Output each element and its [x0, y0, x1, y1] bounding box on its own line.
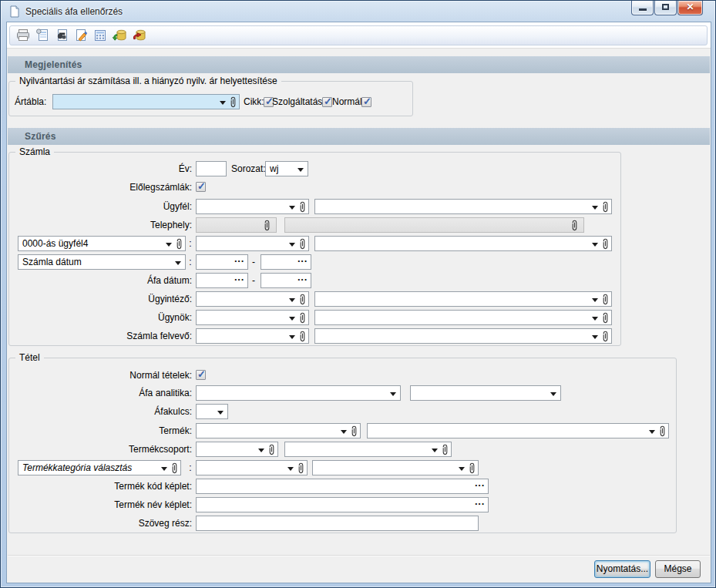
- chevron-down-icon[interactable]: [432, 449, 438, 452]
- paperclip-icon[interactable]: [570, 220, 579, 231]
- chevron-down-icon[interactable]: [287, 467, 294, 471]
- ugyintezo-name-combo[interactable]: [314, 291, 612, 307]
- paperclip-icon[interactable]: [658, 425, 667, 437]
- ugynok-code-combo[interactable]: [196, 310, 309, 325]
- termek-nev-keplet-input[interactable]: [196, 497, 489, 512]
- paperclip-icon[interactable]: [601, 331, 610, 342]
- termekkategoria-name-combo[interactable]: [312, 460, 479, 475]
- document-view-icon[interactable]: [52, 27, 70, 44]
- szamla-felvevo-name-combo[interactable]: [314, 328, 612, 344]
- chevron-down-icon[interactable]: [289, 335, 295, 339]
- paperclip-icon[interactable]: [298, 238, 307, 250]
- chevron-down-icon[interactable]: [258, 449, 264, 452]
- chevron-down-icon[interactable]: [592, 243, 598, 247]
- ellipsis-button[interactable]: [473, 480, 486, 492]
- termekcsoport-name-combo[interactable]: [284, 442, 452, 457]
- edit-icon[interactable]: [72, 27, 89, 44]
- database-rollback-icon[interactable]: [129, 27, 147, 44]
- paperclip-icon[interactable]: [298, 201, 307, 213]
- close-button[interactable]: [677, 1, 703, 15]
- paperclip-icon[interactable]: [170, 462, 179, 474]
- chevron-down-icon[interactable]: [592, 206, 598, 210]
- chevron-down-icon[interactable]: [592, 317, 598, 321]
- paperclip-icon[interactable]: [175, 238, 183, 250]
- chevron-down-icon[interactable]: [459, 467, 465, 471]
- chevron-down-icon[interactable]: [550, 392, 556, 396]
- calculator-icon[interactable]: [91, 27, 109, 44]
- paperclip-icon[interactable]: [601, 312, 610, 324]
- chevron-down-icon[interactable]: [341, 430, 347, 434]
- print-button[interactable]: Nyomtatás...: [594, 560, 650, 578]
- chevron-down-icon[interactable]: [289, 317, 295, 321]
- termekkategoria-code-combo[interactable]: [196, 460, 308, 475]
- customer-filter-combo[interactable]: 0000-ás ügyfél4: [18, 236, 186, 251]
- paperclip-icon[interactable]: [229, 96, 237, 108]
- ellipsis-button[interactable]: [233, 256, 246, 268]
- paperclip-icon[interactable]: [298, 312, 307, 324]
- paperclip-icon[interactable]: [468, 462, 476, 474]
- termek-name-combo[interactable]: [367, 423, 669, 438]
- date-filter-combo[interactable]: Számla dátum: [18, 254, 186, 270]
- ugyfel-code-combo[interactable]: [196, 199, 309, 214]
- afa-date-to-input[interactable]: [261, 273, 311, 288]
- normal-checkbox[interactable]: [361, 97, 371, 107]
- chevron-down-icon[interactable]: [175, 261, 181, 265]
- szamla-felvevo-code-combo[interactable]: [196, 328, 309, 344]
- chevron-down-icon[interactable]: [297, 168, 304, 172]
- print-icon[interactable]: [14, 27, 32, 44]
- ellipsis-button[interactable]: [296, 274, 309, 287]
- chevron-down-icon[interactable]: [289, 206, 295, 210]
- paperclip-icon[interactable]: [263, 220, 271, 231]
- paperclip-icon[interactable]: [601, 201, 610, 213]
- normal-tetelek-checkbox[interactable]: [196, 370, 206, 380]
- ellipsis-button[interactable]: [473, 499, 486, 511]
- chevron-down-icon[interactable]: [649, 430, 655, 434]
- chevron-down-icon[interactable]: [289, 243, 295, 247]
- telephely-name-field[interactable]: [284, 217, 584, 233]
- afa-analitika-combo[interactable]: [196, 385, 401, 401]
- cancel-button[interactable]: Mégse: [655, 560, 701, 578]
- afa-analitika-combo-2[interactable]: [410, 385, 561, 401]
- paperclip-icon[interactable]: [297, 462, 305, 474]
- chevron-down-icon[interactable]: [390, 392, 396, 396]
- date-from-input[interactable]: [196, 254, 248, 270]
- termek-kod-keplet-input[interactable]: [196, 479, 489, 494]
- ugyfel-name-combo[interactable]: [314, 199, 612, 214]
- chevron-down-icon[interactable]: [217, 411, 224, 415]
- date-to-input[interactable]: [261, 254, 311, 270]
- eloleg-checkbox[interactable]: [196, 182, 206, 192]
- ellipsis-button[interactable]: [296, 256, 309, 268]
- paperclip-icon[interactable]: [601, 294, 610, 305]
- termekcsoport-code-combo[interactable]: [196, 442, 278, 457]
- sorozat-combo[interactable]: wj: [265, 161, 308, 176]
- afakulcs-combo[interactable]: [196, 404, 228, 419]
- chevron-down-icon[interactable]: [592, 335, 598, 339]
- szolgaltatas-checkbox[interactable]: [322, 97, 332, 107]
- minimize-button[interactable]: [631, 1, 654, 15]
- paperclip-icon[interactable]: [350, 425, 358, 437]
- chevron-down-icon[interactable]: [161, 467, 167, 471]
- ugynok-name-combo[interactable]: [314, 310, 612, 325]
- telephely-code-field[interactable]: [196, 217, 277, 233]
- ellipsis-button[interactable]: [233, 274, 246, 287]
- chevron-down-icon[interactable]: [289, 298, 295, 302]
- afa-date-from-input[interactable]: [196, 273, 248, 288]
- paperclip-icon[interactable]: [298, 331, 307, 342]
- preview-icon[interactable]: [33, 27, 51, 44]
- paperclip-icon[interactable]: [601, 238, 610, 250]
- customer-filter-name-combo[interactable]: [314, 236, 612, 251]
- artabla-combo[interactable]: [52, 94, 240, 109]
- chevron-down-icon[interactable]: [166, 243, 172, 247]
- paperclip-icon[interactable]: [298, 294, 307, 305]
- database-refresh-icon[interactable]: [110, 27, 128, 44]
- termekkategoria-combo[interactable]: Termékkategória választás: [18, 460, 181, 475]
- paperclip-icon[interactable]: [441, 444, 449, 455]
- ev-input[interactable]: [196, 161, 227, 176]
- restore-button[interactable]: [654, 1, 677, 15]
- szoveg-resz-input[interactable]: [196, 516, 479, 531]
- ugyintezo-code-combo[interactable]: [196, 291, 309, 307]
- termek-code-combo[interactable]: [196, 423, 361, 438]
- customer-filter-code-combo[interactable]: [196, 236, 309, 251]
- chevron-down-icon[interactable]: [220, 101, 226, 105]
- paperclip-icon[interactable]: [267, 444, 276, 455]
